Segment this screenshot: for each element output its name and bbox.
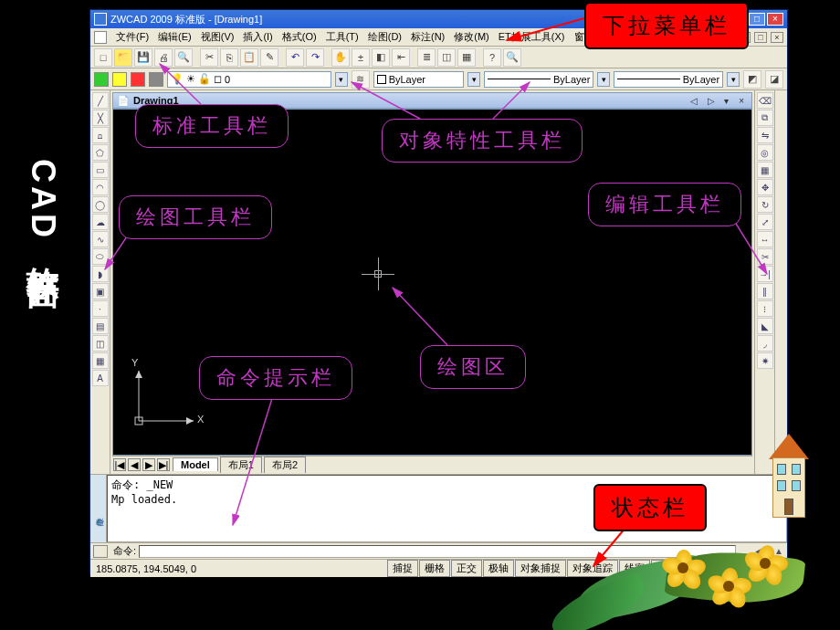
table-icon[interactable]: ▦ (92, 352, 109, 369)
polygon-icon[interactable]: ⬠ (92, 144, 109, 161)
erase-icon[interactable]: ⌫ (757, 92, 773, 109)
line-icon[interactable]: ╱ (92, 92, 109, 109)
block-icon[interactable]: ▣ (92, 283, 109, 299)
xline-icon[interactable]: ╳ (92, 110, 109, 126)
save-icon[interactable]: 💾 (134, 48, 152, 67)
layer-dd-icon[interactable]: ▾ (335, 72, 348, 87)
layer-color-1[interactable] (94, 72, 109, 87)
match-icon[interactable]: ✎ (260, 48, 278, 67)
prop-extra-1-icon[interactable]: ◩ (743, 70, 761, 89)
menu-draw[interactable]: 绘图(D) (364, 28, 405, 46)
point-icon[interactable]: · (92, 300, 109, 317)
menu-file[interactable]: 文件(F) (112, 28, 152, 46)
break-icon[interactable]: ‖ (757, 283, 773, 299)
linetype-dd-icon[interactable]: ▾ (597, 72, 610, 87)
menu-edit[interactable]: 编辑(E) (154, 28, 195, 46)
chamfer-icon[interactable]: ◣ (757, 318, 773, 334)
doc-close-button[interactable]: × (771, 32, 783, 43)
menu-modify[interactable]: 修改(M) (450, 28, 493, 46)
fillet-icon[interactable]: ◞ (757, 335, 773, 352)
arc-icon[interactable]: ◠ (92, 179, 109, 195)
spline-icon[interactable]: ∿ (92, 231, 109, 247)
zoom-icon[interactable]: 🔍 (503, 48, 521, 67)
menu-insert[interactable]: 插入(I) (239, 28, 276, 46)
array-icon[interactable]: ▦ (757, 162, 773, 178)
vertical-scrollbar[interactable] (774, 90, 787, 474)
new-icon[interactable]: □ (94, 48, 112, 67)
copy-icon[interactable]: ⎘ (220, 48, 238, 67)
menu-view[interactable]: 视图(V) (197, 28, 238, 46)
svg-marker-3 (135, 371, 142, 378)
tool-palette-icon[interactable]: ▦ (457, 48, 476, 67)
lineweight-dd-icon[interactable]: ▾ (727, 72, 740, 87)
cut-icon[interactable]: ✂ (200, 48, 218, 67)
help-icon[interactable]: ? (483, 48, 501, 67)
hatch-icon[interactable]: ▤ (92, 318, 109, 334)
redo-icon[interactable]: ↷ (306, 48, 324, 67)
layer-color-4[interactable] (149, 72, 163, 87)
close-button[interactable]: × (767, 13, 783, 26)
tab-first-button[interactable]: |◀ (113, 458, 126, 471)
region-icon[interactable]: ◫ (92, 335, 109, 352)
menu-tools[interactable]: 工具(T) (322, 28, 362, 46)
design-center-icon[interactable]: ◫ (437, 48, 456, 67)
tab-layout1[interactable]: 布局1 (220, 457, 262, 473)
maximize-button[interactable]: □ (749, 13, 765, 26)
offset-icon[interactable]: ◎ (757, 144, 773, 161)
circle-icon[interactable]: ◯ (92, 196, 109, 213)
stretch-icon[interactable]: ↔ (757, 231, 773, 247)
layer-dropdown[interactable]: 💡☀🔓◻ 0 (167, 71, 331, 88)
pline-icon[interactable]: ⩍ (92, 127, 109, 143)
trim-icon[interactable]: ✂ (757, 248, 773, 265)
lineweight-label: ByLayer (683, 74, 719, 85)
tab-last-button[interactable]: ▶| (157, 458, 170, 471)
paste-icon[interactable]: 📋 (240, 48, 258, 67)
pan-icon[interactable]: ✋ (331, 48, 350, 67)
callout-pulldown: 下拉菜单栏 (584, 2, 749, 49)
revcloud-icon[interactable]: ☁ (92, 214, 109, 230)
layer-tool-icon[interactable]: ≋ (352, 70, 370, 89)
layer-color-2[interactable] (112, 72, 127, 87)
doc-nav[interactable]: ◁ ▷ ▾ × (690, 96, 748, 106)
zoom-rt-icon[interactable]: ± (352, 48, 370, 67)
zoom-prev-icon[interactable]: ⇤ (392, 48, 410, 67)
status-ortho[interactable]: 正交 (451, 560, 482, 577)
scale-icon[interactable]: ⤢ (757, 214, 773, 230)
menu-format[interactable]: 格式(O) (278, 28, 320, 46)
doc-maximize-button[interactable]: □ (754, 32, 767, 43)
extend-icon[interactable]: →| (757, 266, 773, 282)
undo-icon[interactable]: ↶ (286, 48, 304, 67)
menu-dimension[interactable]: 标注(N) (407, 28, 448, 46)
window-title: ZWCAD 2009 标准版 - [Drawing1] (110, 13, 262, 26)
tab-prev-button[interactable]: ◀ (128, 458, 141, 471)
color-dd-icon[interactable]: ▾ (467, 72, 480, 87)
tab-model[interactable]: Model (173, 457, 218, 471)
ellipse-icon[interactable]: ⬭ (92, 248, 109, 265)
mtext-icon[interactable]: A (92, 370, 109, 386)
cmd-lock-icon[interactable] (93, 545, 108, 558)
copy-obj-icon[interactable]: ⧉ (757, 110, 773, 126)
tab-next-button[interactable]: ▶ (142, 458, 155, 471)
layer-color-3[interactable] (131, 72, 145, 87)
move-icon[interactable]: ✥ (757, 179, 773, 195)
status-snap[interactable]: 捕捉 (387, 560, 418, 577)
status-grid[interactable]: 栅格 (419, 560, 450, 577)
print-icon[interactable]: 🖨 (154, 48, 173, 67)
status-polar[interactable]: 极轴 (483, 560, 514, 577)
tab-layout2[interactable]: 布局2 (264, 457, 306, 473)
preview-icon[interactable]: 🔍 (174, 48, 193, 67)
rect-icon[interactable]: ▭ (92, 162, 109, 178)
open-icon[interactable]: 📁 (114, 48, 132, 67)
zoom-win-icon[interactable]: ◧ (372, 48, 390, 67)
explode-icon[interactable]: ✷ (757, 352, 773, 369)
prop-extra-2-icon[interactable]: ◪ (765, 70, 783, 89)
lineweight-dropdown[interactable]: ByLayer (614, 71, 723, 88)
join-icon[interactable]: ⫶ (757, 300, 773, 317)
properties-icon[interactable]: ≣ (417, 48, 436, 67)
linetype-dropdown[interactable]: ByLayer (484, 71, 593, 88)
ellipsearc-icon[interactable]: ◗ (92, 266, 109, 282)
menu-ettools[interactable]: ET扩展工具(X) (495, 28, 569, 46)
color-dropdown[interactable]: ByLayer (373, 71, 465, 88)
mirror-icon[interactable]: ⇋ (757, 127, 773, 143)
rotate-icon[interactable]: ↻ (757, 196, 773, 213)
